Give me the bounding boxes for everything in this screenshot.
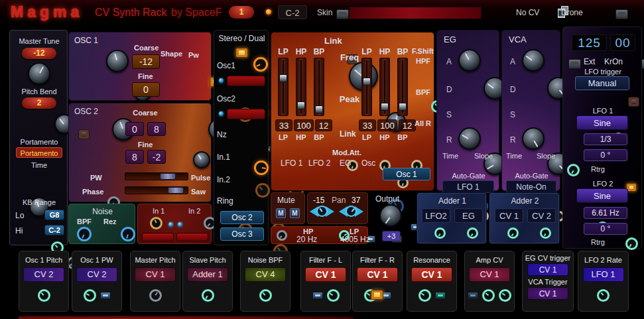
eg-sustain-knob[interactable] <box>458 127 481 150</box>
osc2-fine-display-b[interactable]: -2 <box>147 150 166 164</box>
lfo-trigger-display[interactable]: Manual <box>575 76 629 90</box>
cv-amount-knob[interactable] <box>38 289 50 302</box>
in1-gain-knob[interactable] <box>150 217 162 229</box>
output-hp-knob[interactable] <box>277 230 287 241</box>
master-tune-display[interactable]: -12 <box>22 48 56 59</box>
output-knob[interactable] <box>379 204 402 227</box>
pitch-bend-display[interactable]: 2 <box>22 97 56 109</box>
cv-mode-button[interactable] <box>100 292 111 299</box>
output-gain-display[interactable]: +3 <box>382 231 401 241</box>
osc1-fine-display[interactable]: 0 <box>132 82 160 97</box>
osc2-fine-display-a[interactable]: 8 <box>125 150 144 164</box>
cv-source-display[interactable]: CV 1 <box>411 267 452 282</box>
adder2-src1-display[interactable]: CV 1 <box>495 208 523 223</box>
lfo2-phase-knob[interactable] <box>625 237 638 250</box>
tempo-bpm-display[interactable]: 125 <box>572 34 607 51</box>
lfo-trigger-button[interactable] <box>628 97 639 107</box>
filter-osc-select-display[interactable]: Osc 1 <box>383 168 430 180</box>
cv-amount-knob[interactable] <box>597 289 610 302</box>
lfo1-phase-display[interactable]: 0 ° <box>584 149 627 161</box>
lfo1-rate-display[interactable]: 1/3 <box>584 133 627 145</box>
lfo2-phase-display[interactable]: 0 ° <box>584 223 627 235</box>
eg-attack-knob[interactable] <box>458 49 481 72</box>
osc1-coarse-knob[interactable] <box>106 50 129 72</box>
pan-left-control[interactable] <box>310 206 334 220</box>
lfo2-rate-display[interactable]: 6.61 Hz <box>584 207 627 219</box>
cv-source-display-2[interactable]: CV 1 <box>527 287 568 300</box>
cv-source-display[interactable]: CV 1 <box>469 267 510 282</box>
osc1-coarse-display[interactable]: -12 <box>132 54 160 69</box>
lfo2-wave-display[interactable]: Sine <box>576 188 628 203</box>
osc2-enable-button[interactable] <box>78 129 90 139</box>
eg-auto-gate-display[interactable]: LFO 1 <box>442 180 494 193</box>
skin-name-bar[interactable] <box>349 7 482 19</box>
lfo1-wave-display[interactable]: Sine <box>576 115 628 130</box>
pan-right-knob[interactable] <box>346 206 357 217</box>
cv-source-display[interactable]: CV 2 <box>76 267 117 282</box>
mixer-nz-knob-r[interactable] <box>254 160 269 175</box>
pan-left-knob[interactable] <box>316 206 328 217</box>
cv-amount-knob[interactable] <box>202 289 214 302</box>
adder2-src2-knob[interactable] <box>540 227 551 239</box>
drone-button[interactable] <box>615 9 628 19</box>
filter-r-hp-slider[interactable] <box>379 58 390 116</box>
cv-source-display[interactable]: CV 1 <box>527 263 568 276</box>
kb-lo-display[interactable]: G8 <box>44 210 64 220</box>
adder2-src1-knob[interactable] <box>507 227 519 239</box>
cv-amount-knob[interactable] <box>482 289 495 302</box>
adder2-src2-display[interactable]: CV 2 <box>527 208 556 223</box>
filter-r-bp-slider[interactable] <box>397 58 408 116</box>
osc2-coarse-display-a[interactable]: 0 <box>125 122 144 136</box>
portamento-button[interactable]: Portamento <box>16 147 62 158</box>
cv-amount-knob[interactable] <box>419 289 431 302</box>
osc2-saw-slider-thumb[interactable] <box>168 187 184 194</box>
adder1-src1-display[interactable]: LFO2 <box>422 208 450 223</box>
adder1-src2-knob[interactable] <box>467 227 478 239</box>
filter-lr-link-button[interactable] <box>371 290 383 300</box>
program-button[interactable]: 1 <box>229 6 254 19</box>
osc2-pulse-slider[interactable] <box>125 172 188 180</box>
filter-l-bp-thumb[interactable] <box>315 105 323 113</box>
cv-source-display[interactable]: Adder 1 <box>187 267 228 282</box>
filter-r-hp-thumb[interactable] <box>381 103 389 111</box>
pan-right-control[interactable] <box>339 206 363 220</box>
cv-source-display[interactable]: CV 1 <box>135 267 176 282</box>
lfo1-phase-knob[interactable] <box>567 164 580 176</box>
osc2-pulse-slider-thumb[interactable] <box>160 173 176 180</box>
noise-bpf-knob[interactable] <box>77 227 92 241</box>
filter-r-lp-slider[interactable] <box>361 58 372 116</box>
cv-amount-knob[interactable] <box>149 289 162 302</box>
cv-source-display[interactable]: LFO 1 <box>583 267 624 282</box>
cv-mode-button[interactable] <box>312 292 323 299</box>
stereo-dual-button[interactable] <box>235 48 248 58</box>
cv-source-display[interactable]: CV 4 <box>245 267 286 282</box>
adder1-src1-knob[interactable] <box>434 227 446 239</box>
cv-source-display[interactable]: CV 1 <box>357 267 398 282</box>
vca-auto-gate-display[interactable]: Note-On <box>506 180 556 193</box>
filter-r-lp-thumb[interactable] <box>363 78 371 86</box>
vca-attack-knob[interactable] <box>522 49 545 72</box>
filter-l-hp-slider[interactable] <box>296 58 306 116</box>
master-tune-knob[interactable] <box>28 62 50 85</box>
osc2-coarse-display-b[interactable]: 8 <box>147 122 166 136</box>
kb-hi-display[interactable]: C-2 <box>44 225 64 235</box>
cv-mode-button[interactable] <box>468 292 478 299</box>
mixer-in1-knob-l[interactable] <box>255 183 270 198</box>
mixer-osc2-select-button[interactable]: Osc 2 <box>220 211 264 224</box>
adder1-src2-display[interactable]: EG <box>454 208 483 223</box>
mixer-osc3-select-button[interactable]: Osc 3 <box>220 227 264 241</box>
mute-right-button[interactable]: M <box>290 208 300 218</box>
cv-source-display[interactable]: CV 2 <box>23 267 64 282</box>
filter-l-lp-thumb[interactable] <box>279 74 287 82</box>
vca-sustain-knob[interactable] <box>522 127 545 150</box>
mute-left-button[interactable]: M <box>276 208 286 218</box>
filter-r-bp-thumb[interactable] <box>399 103 407 111</box>
cv-amount-knob[interactable] <box>84 289 96 302</box>
tempo-frac-display[interactable]: 00 <box>610 34 635 51</box>
cv-amount-knob-2[interactable] <box>499 289 511 302</box>
note-display[interactable]: C-2 <box>278 5 307 19</box>
cv-amount-knob[interactable] <box>327 289 340 302</box>
mixer-osc1-knob-l[interactable] <box>253 57 268 72</box>
osc2-saw-slider[interactable] <box>125 186 188 194</box>
skin-button[interactable] <box>336 9 349 19</box>
